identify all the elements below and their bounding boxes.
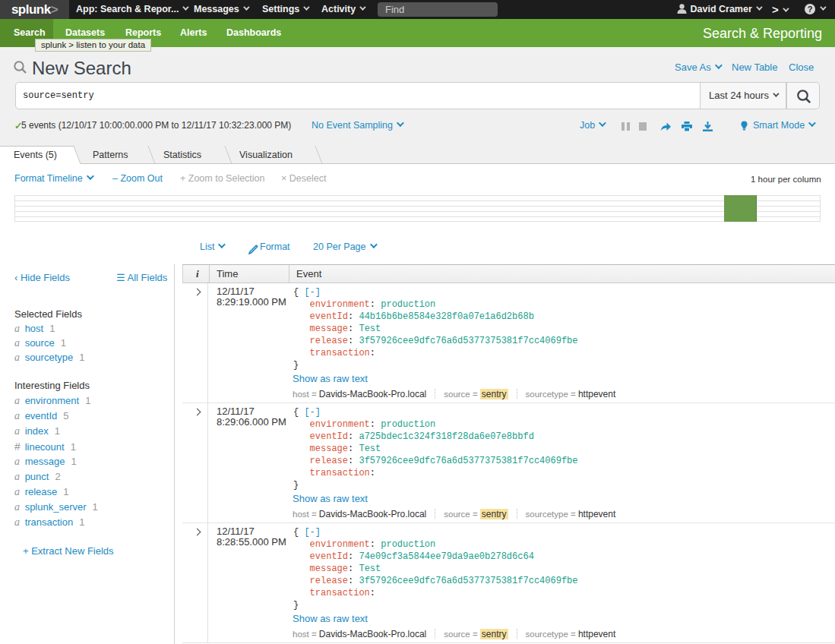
- svg-text:?: ?: [808, 5, 813, 14]
